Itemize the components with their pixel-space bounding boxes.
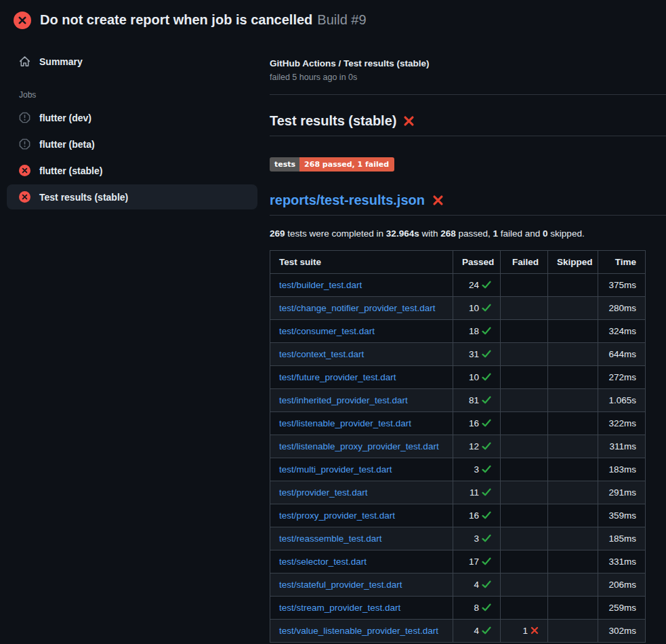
sidebar-item-job[interactable]: flutter (beta) [7,132,257,157]
table-row: test/selector_test.dart17331ms [270,550,646,573]
suite-cell: test/value_listenable_provider_test.dart [270,619,453,642]
failed-cell [501,596,548,619]
sidebar-item-job[interactable]: flutter (dev) [7,105,257,130]
failed-cell: 1 [501,619,548,642]
suite-link[interactable]: test/builder_test.dart [279,280,362,290]
skipped-cell [548,504,598,527]
failed-cell [501,481,548,504]
suite-link[interactable]: test/reassemble_test.dart [279,534,382,544]
cancelled-octagon-icon [19,112,30,123]
suite-link[interactable]: test/stream_provider_test.dart [279,603,400,613]
time-cell: 359ms [598,504,646,527]
passed-cell: 16 [453,504,501,527]
failed-cell [501,527,548,550]
time-cell: 206ms [598,573,646,596]
check-icon [482,557,491,565]
suite-link[interactable]: test/context_test.dart [279,349,364,359]
suite-link[interactable]: test/change_notifier_provider_test.dart [279,303,435,313]
check-icon [482,373,491,381]
run-header: Do not create report when job is cancell… [0,0,666,38]
check-icon [482,350,491,358]
passed-cell: 4 [453,619,501,642]
skipped-cell [548,411,598,435]
time-cell: 291ms [598,481,646,504]
failed-cell [501,573,548,596]
passed-cell: 10 [453,296,501,319]
suite-cell: test/proxy_provider_test.dart [270,504,453,527]
check-icon [482,626,491,635]
section-heading: Test results (stable) [270,113,666,136]
passed-cell: 12 [453,435,501,458]
suite-link[interactable]: test/consumer_test.dart [279,326,375,336]
table-row: test/listenable_provider_test.dart16322m… [270,411,646,435]
passed-cell: 31 [453,342,501,365]
skipped-cell [548,342,598,365]
skipped-cell [548,388,598,411]
failed-circle-icon [14,12,31,29]
suite-link[interactable]: test/future_provider_test.dart [279,372,396,382]
suite-link[interactable]: test/proxy_provider_test.dart [279,510,395,521]
suite-link[interactable]: test/stateful_provider_test.dart [279,580,402,590]
failed-cell [501,296,548,319]
sidebar-item-summary[interactable]: Summary [7,49,257,74]
table-row: test/stream_provider_test.dart8259ms [270,596,646,619]
passed-cell: 10 [453,365,501,388]
passed-cell: 3 [453,527,501,550]
skipped-cell [548,596,598,619]
passed-cell: 17 [453,550,501,573]
column-header: Skipped [548,250,598,273]
skipped-cell [548,435,598,458]
skipped-cell [548,296,598,319]
failed-cell [501,550,548,573]
time-cell: 302ms [598,619,646,642]
sidebar-item-job[interactable]: flutter (stable) [7,158,257,183]
passed-cell: 81 [453,388,501,411]
suite-cell: test/change_notifier_provider_test.dart [270,296,453,319]
build-number: Build #9 [317,12,366,28]
table-row: test/future_provider_test.dart10272ms [270,365,646,388]
suite-link[interactable]: test/listenable_provider_test.dart [279,418,411,428]
suite-link[interactable]: test/value_listenable_provider_test.dart [279,626,438,636]
suite-link[interactable]: test/listenable_proxy_provider_test.dart [279,441,439,451]
suite-cell: test/listenable_proxy_provider_test.dart [270,435,453,458]
failed-cell [501,273,548,296]
run-meta: failed 5 hours ago in 0s [270,73,666,82]
time-cell: 331ms [598,550,646,573]
column-header: Time [598,250,646,273]
report-file-link[interactable]: reports/test-results.json [270,193,425,208]
table-row: test/multi_provider_test.dart3183ms [270,458,646,481]
suite-link[interactable]: test/selector_test.dart [279,557,367,567]
check-icon [482,281,491,289]
suite-link[interactable]: test/provider_test.dart [279,487,368,498]
failed-cell [501,319,548,342]
suite-cell: test/consumer_test.dart [270,319,453,342]
table-row: test/reassemble_test.dart3185ms [270,527,646,550]
table-row: test/change_notifier_provider_test.dart1… [270,296,646,319]
suite-cell: test/inherited_provider_test.dart [270,388,453,411]
time-cell: 375ms [598,273,646,296]
check-icon [482,419,491,427]
cross-icon [530,626,539,635]
section-heading-text: Test results (stable) [270,113,396,129]
suite-link[interactable]: test/inherited_provider_test.dart [279,395,408,405]
time-cell: 324ms [598,319,646,342]
report-heading: reports/test-results.json [270,193,666,216]
sidebar: Summary Jobs flutter (dev)flutter (beta)… [0,38,264,211]
skipped-cell [548,550,598,573]
passed-cell: 4 [453,573,501,596]
cancelled-octagon-icon [19,138,30,150]
main-content: GitHub Actions / Test results (stable) f… [264,38,666,643]
suite-cell: test/stream_provider_test.dart [270,596,453,619]
passed-cell: 8 [453,596,501,619]
check-icon [482,511,491,519]
failed-cross-icon [432,195,444,206]
sidebar-item-job[interactable]: Test results (stable) [7,184,257,209]
table-row: test/inherited_provider_test.dart811.065… [270,388,646,411]
job-label: flutter (stable) [39,165,102,176]
job-label: flutter (beta) [39,139,95,150]
test-results-table: Test suitePassedFailedSkippedTime test/b… [270,250,646,643]
suite-cell: test/multi_provider_test.dart [270,458,453,481]
check-icon [482,327,491,335]
suite-link[interactable]: test/multi_provider_test.dart [279,464,392,475]
time-cell: 259ms [598,596,646,619]
